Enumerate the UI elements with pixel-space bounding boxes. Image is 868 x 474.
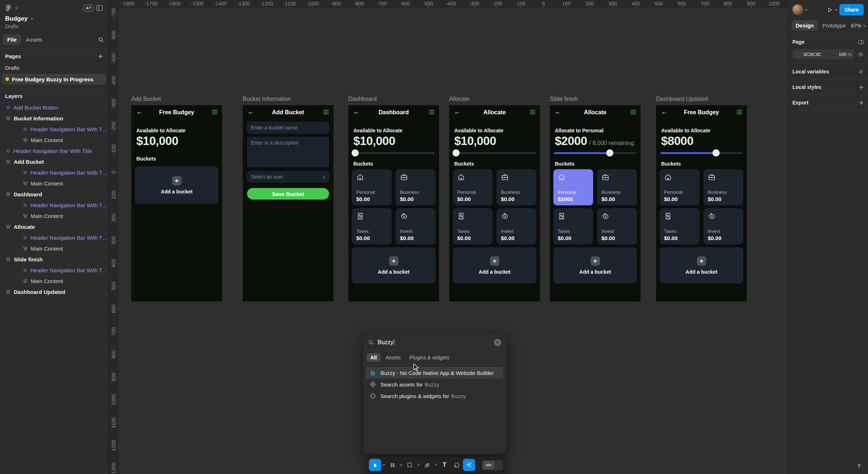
slider-thumb[interactable]: [452, 149, 460, 157]
add-bucket-card[interactable]: +Add a bucket: [553, 247, 637, 283]
local-variables-section[interactable]: Local variables: [788, 64, 868, 80]
layer-row[interactable]: Main Content: [0, 134, 108, 145]
add-bucket-card[interactable]: +Add a bucket: [135, 166, 218, 204]
zoom-control[interactable]: 67%: [851, 23, 866, 29]
search-icon[interactable]: [98, 37, 104, 43]
search-tab-assets[interactable]: Assets: [382, 353, 404, 362]
add-bucket-card[interactable]: +Add a bucket: [453, 247, 536, 283]
search-tab-all[interactable]: All: [367, 353, 380, 362]
bucket-name-input[interactable]: Enter a bucket name: [247, 121, 329, 134]
tab-prototype[interactable]: Prototype: [818, 20, 850, 31]
rectangle-tool[interactable]: [404, 459, 416, 471]
frame-name-label[interactable]: Add Bucket: [131, 96, 161, 102]
hamburger-menu-icon[interactable]: [323, 110, 329, 114]
frame-name-label[interactable]: Allocate: [449, 96, 470, 102]
hamburger-menu-icon[interactable]: [429, 110, 434, 114]
chevron-down-icon[interactable]: [15, 7, 18, 9]
bucket-card-personal[interactable]: Personal$0.00: [352, 169, 392, 205]
bucket-card-personal[interactable]: Personal$2000: [553, 169, 593, 205]
move-tool-chevron-icon[interactable]: [381, 459, 386, 471]
variable-modes-icon[interactable]: [858, 39, 864, 45]
allocation-slider[interactable]: [454, 152, 536, 154]
phone-frame-empty[interactable]: ←Free BudgeyAvailable to Allocate$10,000…: [131, 105, 222, 302]
bucket-card-invest[interactable]: $Invest$0.00: [597, 208, 637, 244]
bucket-card-personal[interactable]: Personal$0.00: [453, 169, 493, 205]
help-button[interactable]: ?: [854, 461, 864, 470]
bucket-card-taxes[interactable]: Taxes$0.00: [660, 208, 699, 244]
phone-frame-grid[interactable]: ←AllocateAllocate to Personal$2000/ 8,00…: [550, 105, 641, 302]
slider-thumb[interactable]: [352, 149, 359, 157]
layer-row[interactable]: Header Navigation Bar With Title: [0, 200, 108, 210]
bucket-card-business[interactable]: Business$0.00: [497, 169, 536, 205]
avatar-chevron-icon[interactable]: [805, 8, 808, 11]
search-input[interactable]: Buzzy: [378, 339, 490, 346]
allocation-slider[interactable]: [554, 152, 636, 154]
pen-tool-chevron-icon[interactable]: [433, 459, 438, 471]
bucket-card-taxes[interactable]: Taxes$0.00: [453, 208, 493, 244]
add-style-icon[interactable]: [859, 85, 864, 90]
figma-logo-icon[interactable]: [5, 4, 12, 12]
frame-tool-chevron-icon[interactable]: [399, 459, 404, 471]
layer-row[interactable]: Header Navigation Bar With Title: [0, 167, 108, 178]
move-tool[interactable]: [369, 459, 381, 471]
search-result-buzzy[interactable]: b Buzzy - No Code Native App & Website B…: [366, 367, 503, 379]
layer-row[interactable]: Slide finish: [0, 254, 108, 265]
export-section[interactable]: Export: [788, 95, 868, 111]
avatar[interactable]: [792, 4, 803, 15]
search-result-plugins[interactable]: Search plugins & widgets forBuzzy: [366, 390, 503, 402]
pen-tool[interactable]: [421, 459, 433, 471]
bucket-card-business[interactable]: Business$0.00: [597, 169, 637, 205]
frame-name-label[interactable]: Bucket Information: [243, 96, 291, 102]
comment-tool[interactable]: [451, 459, 463, 471]
add-export-icon[interactable]: [859, 101, 864, 105]
missing-fonts-icon[interactable]: A?: [84, 5, 93, 12]
layer-row[interactable]: Add Bucket Button: [0, 102, 108, 113]
frame-tool[interactable]: [386, 459, 399, 471]
layer-row[interactable]: Main Content: [0, 276, 108, 286]
actions-tool[interactable]: [463, 459, 475, 471]
frame-name-label[interactable]: Dashboard: [348, 96, 376, 102]
clear-search-icon[interactable]: ✕: [494, 339, 501, 346]
bucket-card-business[interactable]: Business$0.00: [396, 169, 435, 205]
search-tab-plugins[interactable]: Plugins & widgets: [406, 353, 453, 362]
chevron-down-icon[interactable]: [30, 17, 33, 20]
phone-frame-form[interactable]: ←Add BucketEnter a bucket nameEnter in a…: [243, 105, 333, 302]
layer-row[interactable]: Bucket Information: [0, 113, 108, 124]
slider-thumb[interactable]: [712, 149, 720, 157]
variables-icon[interactable]: [858, 69, 864, 74]
layer-row[interactable]: Main Content: [0, 210, 108, 221]
layer-row[interactable]: Header Navigation Bar With Title: [0, 265, 108, 276]
hamburger-menu-icon[interactable]: [212, 110, 217, 114]
tab-file[interactable]: File: [3, 34, 21, 45]
page-color-input[interactable]: 3C3C3C: [792, 49, 835, 59]
page-item-drafts[interactable]: Drafts: [0, 62, 108, 73]
bucket-card-invest[interactable]: $Invest$0.00: [703, 208, 743, 244]
layer-row[interactable]: Allocate: [0, 221, 108, 232]
tab-design[interactable]: Design: [792, 20, 818, 31]
phone-frame-grid[interactable]: ←AllocateAvailable to Allocate$10,000Buc…: [449, 105, 540, 302]
icon-select[interactable]: Select an icon↓: [247, 171, 329, 183]
local-styles-section[interactable]: Local styles: [788, 80, 868, 95]
layer-row[interactable]: Dashboard: [0, 189, 108, 200]
hamburger-menu-icon[interactable]: [737, 110, 742, 114]
bucket-description-input[interactable]: Enter in a description: [247, 137, 329, 167]
add-page-icon[interactable]: [98, 54, 103, 59]
tab-assets[interactable]: Assets: [22, 34, 47, 45]
frame-name-label[interactable]: Dashboard Updated: [656, 96, 708, 102]
layer-row[interactable]: Dashboard Updated: [0, 286, 108, 297]
bucket-card-taxes[interactable]: Taxes$0.00: [352, 208, 392, 244]
bucket-card-taxes[interactable]: Taxes$0.00: [553, 208, 593, 244]
page-item-current[interactable]: Free Budgey Buzzy In Progress: [2, 74, 106, 85]
share-button[interactable]: Share: [839, 4, 864, 16]
allocation-slider[interactable]: [353, 152, 435, 154]
slider-thumb[interactable]: [606, 149, 613, 157]
layer-row[interactable]: Add Bucket: [0, 156, 108, 167]
project-title[interactable]: Budgey: [5, 15, 27, 22]
phone-frame-grid[interactable]: ←Free BudgeyAvailable to Allocate$8000Bu…: [656, 105, 747, 302]
layer-row[interactable]: Header Navigation Bar With Title: [0, 145, 108, 156]
text-tool[interactable]: T: [438, 459, 451, 471]
layer-row[interactable]: Header Navigation Bar With Title: [0, 232, 108, 243]
color-swatch[interactable]: [795, 52, 800, 57]
layer-row[interactable]: Main Content: [0, 178, 108, 189]
frame-name-label[interactable]: Slide finish: [550, 96, 578, 102]
